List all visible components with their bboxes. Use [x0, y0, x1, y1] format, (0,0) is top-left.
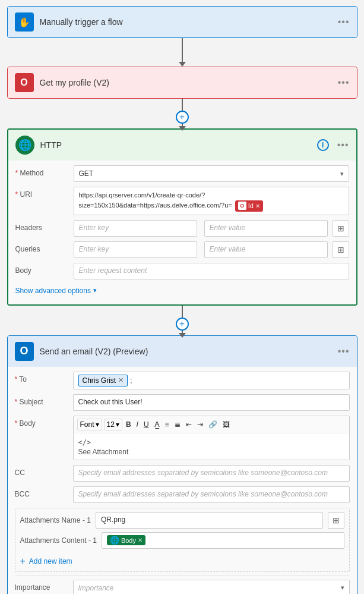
font-size-dropdown[interactable]: 12 ▾ [104, 419, 122, 430]
body-row: Body Enter request content [15, 263, 349, 279]
attachment-name-input[interactable]: QR.png [96, 512, 323, 529]
importance-row: Importance Importance ▾ [15, 580, 350, 595]
body-see-attachment: See Attachment [78, 448, 344, 456]
attachment-name-value: QR.png [101, 516, 125, 524]
bcc-input[interactable]: Specify email addresses separated by sem… [73, 486, 350, 503]
uri-row: * URI https://api.qrserver.com/v1/create… [15, 187, 349, 215]
queries-key-placeholder: Enter key [79, 245, 109, 253]
importance-label: Importance [15, 580, 68, 592]
profile-icon-box: O [15, 73, 34, 92]
to-chip-name: Chris Grist [83, 376, 116, 385]
office-token-icon: O [238, 202, 246, 210]
add-new-item-label: Add new item [29, 557, 72, 565]
importance-select[interactable]: Importance ▾ [73, 580, 350, 595]
profile-title: Get my profile (V2) [40, 78, 332, 87]
uri-token-text: Id [248, 201, 254, 211]
importance-chevron-icon: ▾ [341, 584, 344, 592]
manual-trigger-title: Manually trigger a flow [40, 17, 332, 27]
connector-line-1 [182, 38, 183, 62]
link-button[interactable]: 🔗 [207, 419, 219, 430]
bold-button[interactable]: B [124, 419, 133, 430]
http-info-button[interactable]: i [317, 139, 329, 151]
show-advanced-toggle[interactable]: Show advanced options ▾ [15, 284, 349, 297]
add-step-button-2[interactable]: + [176, 318, 189, 331]
outlook-icon: O [20, 345, 28, 357]
queries-icon-button[interactable]: ⊞ [333, 241, 349, 258]
body-input[interactable]: Enter request content [74, 263, 349, 279]
numbered-list-button[interactable]: ≣ [173, 419, 182, 430]
font-family-value: Font [80, 420, 94, 429]
manual-trigger-menu[interactable]: ••• [338, 17, 350, 27]
queries-key-input[interactable]: Enter key [74, 241, 197, 258]
headers-value-input[interactable]: Enter value [204, 220, 328, 237]
attachment-name-icon-button[interactable]: ⊞ [328, 512, 344, 529]
add-step-button-1[interactable]: + [176, 111, 189, 124]
card-send-email-header[interactable]: O Send an email (V2) (Preview) ••• [8, 336, 357, 367]
italic-button[interactable]: I [135, 419, 140, 430]
to-chip-remove[interactable]: ✕ [118, 376, 124, 384]
font-family-chevron-icon: ▾ [96, 420, 99, 429]
card-http: 🌐 HTTP i ••• * * MethodMethod GET ▾ * UR… [7, 128, 357, 306]
uri-label: * URI [15, 187, 69, 199]
uri-token-remove[interactable]: ✕ [255, 202, 260, 210]
font-size-chevron-icon: ▾ [116, 420, 119, 429]
to-separator: ; [130, 376, 132, 385]
queries-value-input[interactable]: Enter value [204, 241, 328, 258]
uri-token-badge: O Id ✕ [235, 200, 263, 212]
to-input[interactable]: Chris Grist ✕ ; [73, 372, 350, 389]
http-menu[interactable]: ••• [337, 140, 349, 150]
importance-placeholder: Importance [78, 584, 114, 592]
globe-icon: 🌐 [18, 139, 31, 152]
profile-menu[interactable]: ••• [338, 77, 350, 88]
font-family-dropdown[interactable]: Font ▾ [77, 419, 102, 430]
cc-row: CC Specify email addresses separated by … [15, 465, 350, 482]
subject-value: Check out this User! [78, 398, 143, 406]
queries-row: Queries Enter key Enter value ⊞ [15, 241, 349, 258]
decrease-indent-button[interactable]: ⇤ [184, 419, 194, 430]
cc-input[interactable]: Specify email addresses separated by sem… [73, 465, 350, 482]
attachment-name-row: Attachments Name - 1 QR.png ⊞ [20, 512, 344, 529]
email-toolbar: Font ▾ 12 ▾ B I U A̲ ≡ ≣ ⇤ [74, 416, 349, 433]
increase-indent-button[interactable]: ⇥ [195, 419, 205, 430]
subject-input[interactable]: Check out this User! [73, 394, 350, 411]
card-get-profile-header[interactable]: O Get my profile (V2) ••• [8, 67, 357, 98]
body-token-remove[interactable]: ✕ [138, 537, 143, 543]
connector-line-3 [182, 306, 183, 318]
outlook-icon-box: O [15, 342, 34, 361]
queries-label: Queries [15, 241, 69, 253]
add-new-item-button[interactable]: + Add new item [20, 552, 344, 568]
connector-arrow-3 [179, 333, 186, 338]
font-size-value: 12 [107, 420, 115, 429]
headers-icon-button[interactable]: ⊞ [333, 220, 349, 237]
text-color-button[interactable]: A̲ [153, 419, 162, 430]
email-body-editor[interactable]: Font ▾ 12 ▾ B I U A̲ ≡ ≣ ⇤ [73, 416, 350, 460]
body-token-badge: 🌐 Body ✕ [107, 535, 145, 545]
image-button[interactable]: 🖼 [221, 419, 232, 430]
email-body-row: * Body Font ▾ 12 ▾ B I U [15, 416, 350, 460]
flow-container: ✋ Manually trigger a flow ••• O Get my p… [7, 6, 357, 594]
connector-arrow-2 [179, 126, 186, 131]
attachment-content-input[interactable]: 🌐 Body ✕ [102, 532, 344, 549]
connector-3: + [176, 306, 189, 335]
headers-key-input[interactable]: Enter key [74, 220, 197, 237]
connector-line-2 [182, 99, 183, 111]
underline-button[interactable]: U [142, 419, 151, 430]
card-manual-trigger-header[interactable]: ✋ Manually trigger a flow ••• [8, 7, 357, 37]
email-title: Send an email (V2) (Preview) [40, 347, 332, 356]
hand-icon: ✋ [18, 17, 30, 28]
method-select[interactable]: GET ▾ [74, 165, 349, 182]
subject-row: * Subject Check out this User! [15, 394, 350, 411]
email-menu[interactable]: ••• [338, 346, 350, 357]
bullet-list-button[interactable]: ≡ [163, 419, 171, 430]
uri-input[interactable]: https://api.qrserver.com/v1/create-qr-co… [74, 187, 349, 215]
http-title: HTTP [40, 140, 311, 150]
to-row: * To Chris Grist ✕ ; [15, 372, 350, 389]
office-icon: O [20, 77, 27, 88]
connector-2: + [176, 99, 189, 128]
attachment-name-label: Attachments Name - 1 [20, 516, 91, 524]
attachment-content-row: Attachments Content - 1 🌐 Body ✕ [20, 532, 344, 549]
method-row: * * MethodMethod GET ▾ [15, 165, 349, 182]
attachments-section: Attachments Name - 1 QR.png ⊞ Attachment… [15, 508, 350, 572]
body-token-text: Body [121, 537, 136, 544]
card-http-header[interactable]: 🌐 HTTP i ••• [8, 130, 356, 161]
